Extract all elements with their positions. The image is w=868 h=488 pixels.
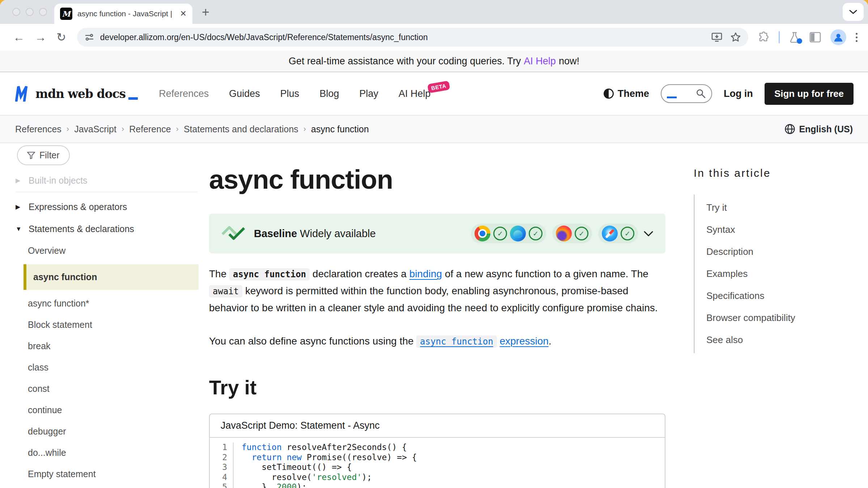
sidebar-item-built-in-objects[interactable]: ▶Built-in objects bbox=[16, 170, 198, 192]
toc-link-browser-compatibility[interactable]: Browser compatibility bbox=[706, 307, 846, 329]
sidebar-item-async-function[interactable]: async function bbox=[24, 264, 199, 290]
window-zoom-button[interactable] bbox=[39, 8, 47, 16]
nav-play[interactable]: Play bbox=[359, 88, 378, 99]
support-check-icon: ✓ bbox=[621, 227, 634, 240]
text-link-expression[interactable]: expression bbox=[499, 335, 548, 347]
forward-button[interactable]: → bbox=[35, 31, 46, 43]
nav-references[interactable]: References bbox=[159, 88, 209, 99]
tab-search-button[interactable] bbox=[843, 3, 864, 21]
mdn-logo-text: mdn web docs bbox=[35, 87, 125, 101]
breadcrumb-link-statements-and-declarations[interactable]: Statements and declarations bbox=[184, 124, 298, 134]
tab-title: async function - JavaScript | bbox=[77, 9, 176, 18]
sidebar-item-block-statement[interactable]: Block statement bbox=[16, 314, 198, 335]
interactive-demo: JavaScript Demo: Statement - Async 1func… bbox=[209, 414, 665, 488]
bookmark-star-icon[interactable] bbox=[730, 32, 741, 43]
promo-ai-help-link[interactable]: AI Help bbox=[524, 56, 556, 67]
search-input[interactable] bbox=[661, 84, 712, 103]
collapse-arrow-icon: ▼ bbox=[16, 226, 24, 233]
toc-link-examples[interactable]: Examples bbox=[706, 263, 846, 285]
tab-close-icon[interactable]: ✕ bbox=[180, 9, 187, 18]
sidebar-item-break[interactable]: break bbox=[16, 335, 198, 357]
install-app-icon[interactable] bbox=[711, 32, 722, 42]
breadcrumb-link-reference[interactable]: Reference bbox=[129, 124, 171, 134]
theme-switcher[interactable]: Theme bbox=[603, 88, 649, 99]
sidebar-item-overview[interactable]: Overview bbox=[16, 240, 198, 261]
baseline-banner: Baseline Widely available ✓✓✓✓ bbox=[209, 214, 665, 253]
sidebar-section-label: Expressions & operators bbox=[29, 202, 127, 212]
sidebar-item-empty-statement[interactable]: Empty statement bbox=[16, 463, 198, 485]
toc-link-syntax[interactable]: Syntax bbox=[706, 219, 846, 241]
line-number: 3 bbox=[210, 462, 234, 472]
side-panel-icon[interactable] bbox=[809, 32, 821, 43]
text-link-binding[interactable]: binding bbox=[409, 268, 442, 279]
code-text: }, 2000); bbox=[234, 482, 307, 488]
sidebar-item-const[interactable]: const bbox=[16, 378, 198, 399]
support-check-icon: ✓ bbox=[493, 227, 507, 240]
main-nav: ReferencesGuidesPlusBlogPlayAI HelpBETA bbox=[159, 88, 430, 99]
language-switcher[interactable]: English (US) bbox=[784, 124, 853, 134]
inline-code: await bbox=[209, 285, 242, 297]
extensions-icon[interactable] bbox=[758, 31, 769, 43]
line-number: 4 bbox=[210, 472, 234, 483]
sidebar-item-class[interactable]: class bbox=[16, 357, 198, 378]
toolbar-divider bbox=[779, 31, 780, 43]
firefox-icon bbox=[556, 226, 572, 241]
signup-button[interactable]: Sign up for free bbox=[765, 83, 854, 105]
breadcrumb-link-javascript[interactable]: JavaScript bbox=[74, 124, 116, 134]
breadcrumb-link-references[interactable]: References bbox=[15, 124, 61, 134]
toc-link-description[interactable]: Description bbox=[706, 241, 846, 263]
text-run: declaration creates a bbox=[310, 268, 409, 279]
experiments-flask-icon[interactable] bbox=[789, 31, 800, 43]
inline-code: async function bbox=[229, 268, 310, 281]
window-close-button[interactable] bbox=[12, 8, 20, 16]
toc-title: In this article bbox=[694, 167, 846, 179]
tab-strip: M async function - JavaScript | ✕ + bbox=[0, 0, 868, 24]
browser-tab[interactable]: M async function - JavaScript | ✕ bbox=[54, 4, 192, 24]
expression-paragraph: You can also define async functions usin… bbox=[209, 333, 665, 350]
baseline-expand-chevron[interactable] bbox=[644, 231, 653, 236]
sidebar-item-continue[interactable]: continue bbox=[16, 399, 198, 421]
toc-link-see-also[interactable]: See also bbox=[706, 329, 846, 351]
filter-button[interactable]: Filter bbox=[17, 145, 70, 165]
toc-link-try-it[interactable]: Try it bbox=[706, 197, 846, 219]
code-editor[interactable]: 1function resolveAfter2Seconds() {2 retu… bbox=[210, 438, 665, 488]
mdn-logo[interactable]: mdn web docs bbox=[15, 86, 138, 102]
sidebar-item-do-while[interactable]: do...while bbox=[16, 442, 198, 463]
nav-blog[interactable]: Blog bbox=[319, 88, 339, 99]
browser-menu-icon[interactable] bbox=[856, 33, 858, 42]
baseline-status-text: Widely available bbox=[300, 228, 376, 239]
sidebar-item-debugger[interactable]: debugger bbox=[16, 421, 198, 442]
site-info-icon[interactable] bbox=[84, 32, 94, 42]
reload-button[interactable]: ↻ bbox=[56, 31, 66, 43]
chrome-icon bbox=[475, 226, 490, 241]
support-check-icon: ✓ bbox=[575, 227, 588, 240]
inline-code-link[interactable]: async function bbox=[416, 335, 497, 348]
baseline-icon bbox=[221, 226, 245, 241]
nav-guides[interactable]: Guides bbox=[229, 88, 260, 99]
demo-title: JavaScript Demo: Statement - Async bbox=[210, 414, 665, 438]
breadcrumb-separator: › bbox=[122, 124, 124, 134]
nav-ai-help[interactable]: AI HelpBETA bbox=[399, 88, 431, 99]
profile-avatar[interactable] bbox=[830, 29, 846, 45]
nav-plus[interactable]: Plus bbox=[280, 88, 299, 99]
globe-icon bbox=[784, 124, 795, 134]
window-minimize-button[interactable] bbox=[26, 8, 34, 16]
login-link[interactable]: Log in bbox=[724, 88, 753, 99]
url-bar[interactable]: developer.allizom.org/en-US/docs/Web/Jav… bbox=[77, 28, 748, 47]
breadcrumb-separator: › bbox=[303, 124, 306, 134]
back-button[interactable]: ← bbox=[13, 31, 25, 43]
code-line: 1function resolveAfter2Seconds() { bbox=[210, 442, 665, 453]
promo-text-before: Get real-time assistance with your codin… bbox=[289, 56, 521, 67]
sidebar-item-statements-declarations[interactable]: ▼Statements & declarations bbox=[16, 218, 198, 240]
chevron-down-icon bbox=[849, 10, 857, 14]
code-line: 2 return new Promise((resolve) => { bbox=[210, 453, 665, 463]
new-tab-button[interactable]: + bbox=[202, 4, 209, 20]
toc-link-specifications[interactable]: Specifications bbox=[706, 285, 846, 307]
notification-dot bbox=[797, 38, 802, 44]
safari-icon bbox=[602, 226, 618, 241]
browser-toolbar: ← → ↻ developer.allizom.org/en-US/docs/W… bbox=[0, 24, 868, 51]
code-line: 3 setTimeout(() => { bbox=[210, 462, 665, 472]
sidebar-item-expressions-operators[interactable]: ▶Expressions & operators bbox=[16, 196, 198, 218]
text-run: You can also define async functions usin… bbox=[209, 335, 416, 347]
sidebar-item-async-function[interactable]: async function* bbox=[16, 293, 198, 314]
